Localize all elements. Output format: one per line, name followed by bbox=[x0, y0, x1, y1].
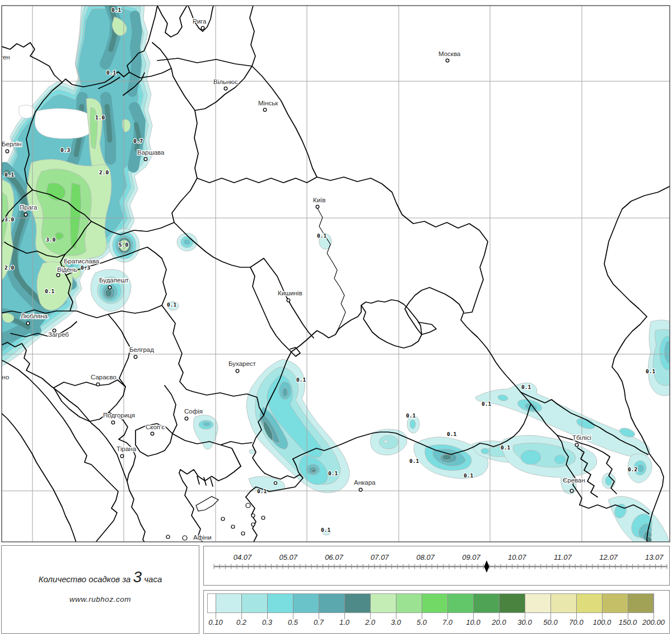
legend-swatch bbox=[207, 593, 216, 613]
city-label: Прага bbox=[20, 204, 38, 211]
timeline-date: 07.07 bbox=[371, 553, 389, 561]
precip-value-label: 0.7 bbox=[133, 138, 143, 144]
legend-boundary-tick bbox=[499, 593, 500, 619]
legend-boundary-tick bbox=[473, 593, 474, 619]
legend-boundary-tick bbox=[241, 593, 242, 619]
city-marker bbox=[316, 205, 319, 208]
city-label: Тбілісі bbox=[572, 434, 591, 441]
timeline-date: 11.07 bbox=[554, 553, 572, 561]
legend-swatch bbox=[293, 593, 319, 613]
timeline-marker[interactable] bbox=[484, 560, 489, 573]
legend-value-label: 200.00 bbox=[637, 618, 670, 626]
timeline-panel: 04.0705.0706.0707.0708.0709.0710.0711.07… bbox=[203, 546, 670, 586]
city-marker bbox=[263, 108, 267, 112]
weather-map-app: РигаМоскваВільнюсМінськБерлінВаршаваКиїв… bbox=[0, 0, 672, 636]
legend-swatch bbox=[628, 593, 654, 613]
precip-value-label: 0.1 bbox=[482, 401, 491, 407]
legend-swatch bbox=[370, 593, 396, 613]
city-label: Москва bbox=[438, 50, 461, 57]
precip-value-label: 3.0 bbox=[4, 216, 14, 222]
legend-boundary-tick bbox=[267, 593, 268, 619]
precip-value-label: 0.1 bbox=[501, 444, 510, 451]
website-label: www.rubhoz.com bbox=[2, 595, 199, 603]
city-marker bbox=[446, 59, 449, 62]
city-label: Рига bbox=[193, 18, 207, 25]
city-label: Київ bbox=[313, 197, 325, 203]
precip-value-label: 0.1 bbox=[406, 412, 416, 419]
precip-value-label: 0.1 bbox=[646, 368, 655, 374]
timeline-date: 13.07 bbox=[645, 553, 664, 561]
legend-swatch bbox=[525, 593, 550, 613]
legend-boundary-tick bbox=[422, 593, 422, 619]
legend-boundary-tick bbox=[550, 593, 551, 619]
city-label: Кишинів bbox=[278, 290, 302, 296]
legend-boundary-tick bbox=[216, 593, 216, 619]
legend-boundary-tick bbox=[525, 593, 525, 619]
city-label: Єреван bbox=[563, 477, 585, 484]
legend-boundary-tick bbox=[344, 593, 345, 619]
city-label: Мінськ bbox=[258, 100, 278, 106]
legend-boundary-tick bbox=[293, 593, 293, 619]
city-label: Братислава bbox=[64, 258, 100, 264]
legend-boundary-tick bbox=[576, 593, 577, 619]
timeline-date: 09.07 bbox=[462, 553, 480, 561]
precip-value-label: 0.1 bbox=[464, 472, 473, 479]
city-marker bbox=[111, 421, 115, 424]
timeline-date: 05.07 bbox=[279, 553, 297, 561]
city-label: Будапешт bbox=[99, 277, 129, 284]
city-marker bbox=[185, 417, 188, 420]
city-marker bbox=[236, 369, 239, 373]
precip-value-label: 0.1 bbox=[447, 431, 456, 437]
precip-value-label: 5.0 bbox=[119, 242, 128, 248]
city-marker bbox=[575, 443, 578, 447]
title-prefix: Количество осадков за bbox=[39, 574, 131, 584]
city-marker bbox=[134, 355, 137, 359]
city-marker bbox=[287, 299, 290, 302]
title-big-number: 3 bbox=[133, 568, 142, 586]
precip-value-label: 2.0 bbox=[99, 169, 109, 175]
city-label: Відень bbox=[57, 266, 77, 273]
legend-swatch bbox=[241, 593, 267, 613]
precipitation-map: РигаМоскваВільнюсМінськБерлінВаршаваКиїв… bbox=[0, 0, 672, 636]
city-label: Любляна bbox=[21, 313, 48, 319]
city-marker bbox=[570, 489, 573, 493]
city-label: Берлін bbox=[2, 141, 22, 147]
precip-value-label: 3.0 bbox=[46, 236, 55, 243]
timeline-date: 08.07 bbox=[417, 553, 435, 561]
precip-value-label: 0.3 bbox=[60, 147, 70, 153]
city-label: Тірана bbox=[116, 445, 137, 452]
legend-panel: 0.100.20.30.50.71.02.03.05.07.010.020.03… bbox=[203, 590, 670, 634]
precip-value-label: 0.1 bbox=[317, 233, 326, 239]
legend-swatch bbox=[602, 593, 628, 613]
precip-value-label: 0.1 bbox=[409, 458, 419, 464]
city-label: Скоп'є bbox=[146, 424, 165, 430]
legend-boundary-tick bbox=[319, 593, 319, 619]
legend-swatch bbox=[319, 593, 344, 613]
legend-boundary-tick bbox=[447, 593, 448, 619]
precip-value-label: 0.1 bbox=[521, 384, 531, 390]
timeline-slider[interactable]: 04.0705.0706.0707.0708.0709.0710.0711.07… bbox=[204, 546, 669, 585]
city-label: Анкара bbox=[354, 479, 376, 486]
precip-value-label: 0.1 bbox=[111, 7, 121, 13]
legend-swatch bbox=[422, 593, 447, 613]
precip-value-label: 0.1 bbox=[321, 527, 330, 533]
legend-boundary-tick bbox=[370, 593, 371, 619]
timeline-date: 10.07 bbox=[508, 553, 526, 561]
timeline-date: 06.07 bbox=[325, 553, 343, 561]
legend-swatch bbox=[473, 593, 499, 613]
precip-value-label: 0.1 bbox=[296, 377, 306, 383]
city-label: Афіни bbox=[193, 534, 212, 541]
city-marker bbox=[120, 454, 124, 458]
city-marker bbox=[57, 273, 60, 277]
city-marker bbox=[6, 150, 9, 153]
legend-swatch bbox=[216, 593, 241, 613]
info-panel: Количество осадков за 3 часа www.rubhoz.… bbox=[1, 545, 199, 634]
precip-value-label: 0.1 bbox=[167, 301, 176, 308]
timeline-date: 12.07 bbox=[599, 553, 618, 561]
precip-value-label: 0.1 bbox=[106, 69, 116, 76]
city-marker bbox=[359, 488, 362, 491]
precip-value-label: 0.1 bbox=[45, 288, 54, 294]
city-marker bbox=[200, 544, 203, 547]
city-marker bbox=[151, 432, 154, 435]
city-label: Вільнюс bbox=[213, 78, 238, 85]
